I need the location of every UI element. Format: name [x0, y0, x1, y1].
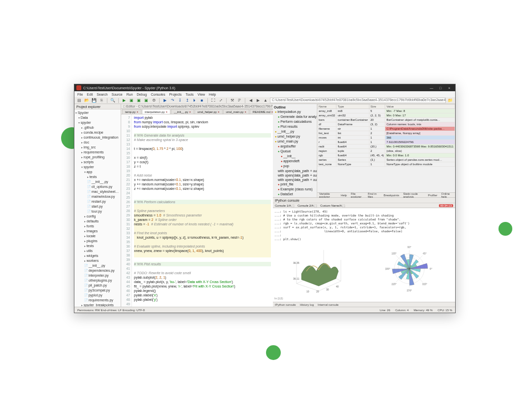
tree-item[interactable]: conda.recipe — [75, 130, 120, 135]
bottom-tab[interactable]: Breakpoints — [384, 194, 399, 197]
menu-edit[interactable]: Edit — [87, 93, 93, 96]
tree-item[interactable]: start.py — [75, 204, 120, 209]
tree-item[interactable]: img_src — [75, 145, 120, 150]
variable-row[interactable]: test_noneNoneType1NoneType object of bui… — [318, 162, 455, 167]
tree-item[interactable]: py3compat.py — [75, 288, 120, 293]
outline-item[interactable]: umd_main.py — [274, 139, 316, 144]
bottom-tab[interactable]: Static code analysis — [403, 192, 424, 198]
tree-item[interactable]: requirements.py — [75, 298, 120, 303]
debug-icon[interactable]: ▶ — [162, 98, 168, 104]
bottom-tab[interactable]: Profiler — [428, 194, 437, 197]
editor-tab[interactable]: umd_helper.py× — [195, 109, 223, 114]
pythonpath-icon[interactable]: ℙ — [236, 98, 242, 104]
continue-icon[interactable]: ⏵ — [192, 98, 198, 104]
tree-item[interactable]: rope_profiling — [75, 155, 120, 160]
run-cell-advance-icon[interactable]: ▣ — [136, 98, 142, 104]
outline-item[interactable]: argsbuffer — [274, 144, 316, 149]
fullscreen-icon[interactable]: ⤢ — [218, 98, 224, 104]
main-toolbar[interactable]: ▤ 📂 💾 ⎘ 🔍 ▶ ▣ ▣ ▣ ⚙ ▶ ↷ ↧ ↥ ⏵ ■ ⛶ ⤢ ⚒ ℙ … — [74, 97, 455, 104]
step-into-icon[interactable]: ↧ — [177, 98, 183, 104]
editor-code-area[interactable]: import pylabfrom numpy import cos, linsp… — [132, 114, 273, 307]
variable-row[interactable]: radiifloat64(20,)Min: 0.440306336873598 … — [318, 144, 455, 149]
tree-item[interactable]: plugins — [75, 239, 120, 244]
save-all-icon[interactable]: ⎘ — [99, 98, 104, 104]
close-icon[interactable]: × — [136, 110, 138, 113]
variable-row[interactable]: dfDataFrame(3, 2)Column names: bools, in… — [318, 122, 455, 127]
tree-item[interactable]: locale — [75, 234, 120, 239]
ipython-prompt[interactable]: In [12]: — [274, 296, 454, 300]
tree-item[interactable]: requirements — [75, 150, 120, 155]
step-over-icon[interactable]: ↷ — [169, 98, 175, 104]
outline-item[interactable]: Generate data for analysis — [274, 114, 316, 119]
outline-item[interactable]: with open(data_path + output_file_n… — [274, 178, 316, 182]
editor-tab[interactable]: interpolation.py× — [142, 109, 170, 114]
tree-item[interactable]: tests — [75, 175, 120, 180]
close-icon[interactable]: × — [166, 110, 168, 113]
project-tree[interactable]: SpyderDataspyder.githubconda.recipeconti… — [74, 109, 121, 307]
tree-item[interactable]: fonts — [75, 224, 120, 229]
tree-item[interactable]: restart.py — [75, 199, 120, 204]
tree-item[interactable]: scripts — [75, 160, 120, 165]
outline-item[interactable]: with open(data_path + output_file_n… — [274, 169, 316, 173]
tree-item[interactable]: mac_stylesheet.qss — [75, 189, 120, 194]
maximize-pane-icon[interactable]: ⛶ — [210, 98, 216, 104]
menu-view[interactable]: View — [198, 93, 205, 96]
outline-item[interactable]: appendleft — [274, 159, 316, 164]
menu-debug[interactable]: Debug — [137, 93, 147, 96]
tree-item[interactable]: __init__.py — [75, 180, 120, 184]
tree-item[interactable]: __init__.py — [75, 263, 120, 268]
bottom-tab[interactable]: Help — [341, 194, 347, 197]
editor-tab[interactable]: temp.py× — [122, 109, 141, 114]
bottom-tab[interactable]: Online help — [441, 192, 453, 198]
editor-gutter[interactable]: 7891011121314151617181920212223242526272… — [121, 114, 132, 307]
variable-explorer-bottom-tabs[interactable]: Variable explorerHelpFile explorerFind i… — [317, 192, 455, 197]
outline-item[interactable]: with open(data_path + output_file_n… — [274, 173, 316, 178]
maximize-button[interactable]: □ — [436, 85, 444, 91]
outline-pane[interactable]: Outlineinterpolation.pyGenerate data for… — [273, 104, 317, 197]
tree-item[interactable]: utils — [75, 249, 120, 253]
variable-row[interactable]: nrowsint1366 — [318, 136, 455, 140]
ipython-console-tabs[interactable]: Console 1/A ⬚Console 2/A ⬚Custom Name/A … — [273, 203, 455, 208]
run-selection-icon[interactable]: ▣ — [143, 98, 149, 104]
menu-projects[interactable]: Projects — [169, 93, 181, 96]
new-file-icon[interactable]: ▤ — [76, 98, 82, 104]
ipython-bottom-tabs[interactable]: IPython consoleHistory logInternal conso… — [273, 302, 455, 307]
bottom-tab[interactable]: History log — [300, 303, 314, 306]
outline-item[interactable]: pop — [274, 164, 316, 169]
outline-item[interactable]: DataSet — [274, 192, 316, 197]
run-config-icon[interactable]: ⚙ — [151, 98, 157, 104]
code-editor[interactable]: 7891011121314151617181920212223242526272… — [121, 114, 273, 307]
menu-source[interactable]: Source — [112, 93, 123, 96]
tree-item[interactable]: dependencies.py — [75, 268, 120, 273]
tree-item[interactable]: tests — [75, 244, 120, 249]
outline-item[interactable]: Plot results — [274, 124, 316, 129]
console-tab[interactable]: Console 2/A ⬚ — [298, 204, 317, 207]
variable-row[interactable]: array_uint32uint32(2, 2, 3)Min: 0 Max: 1… — [318, 113, 455, 118]
tree-item[interactable]: cli_options.py — [75, 184, 120, 189]
menubar[interactable]: FileEditSearchSourceRunDebugConsolesProj… — [74, 91, 455, 97]
run-cell-icon[interactable]: ▣ — [129, 98, 134, 104]
bottom-tab[interactable]: IPython console — [275, 303, 296, 306]
cwd-browse-icon[interactable]: 📁 — [447, 98, 453, 104]
tree-item[interactable]: Data — [75, 115, 120, 120]
variable-row[interactable]: rfloat6417.611001509224796 — [318, 140, 455, 144]
close-icon[interactable]: × — [218, 110, 220, 113]
outline-item[interactable]: Queue — [274, 149, 316, 154]
tree-item[interactable]: images — [75, 229, 120, 234]
menu-consoles[interactable]: Consoles — [151, 93, 165, 96]
variable-row[interactable]: rgbfloat64(45, 45, 4)Min: 0.0 Max: 1.0 — [318, 153, 455, 158]
variable-row[interactable]: seriesSeries(3,)Series object of pandas.… — [318, 158, 455, 162]
editor-tab[interactable]: umd_main.py× — [223, 109, 250, 114]
tree-item[interactable]: Spyder — [75, 110, 120, 115]
variable-row[interactable]: filenamestr1C:\ProgramData\Anaconda3\lib… — [318, 127, 455, 131]
variable-table[interactable]: NameTypeSizeValue array_int8int85Min: -7… — [317, 104, 455, 167]
save-icon[interactable]: 💾 — [91, 98, 97, 104]
menu-run[interactable]: Run — [127, 93, 133, 96]
tree-item[interactable]: doc — [75, 140, 120, 145]
preferences-icon[interactable]: ⚒ — [229, 98, 235, 104]
search-icon[interactable]: 🔍 — [110, 98, 116, 104]
menu-help[interactable]: Help — [209, 93, 216, 96]
menu-file[interactable]: File — [77, 93, 83, 96]
open-file-icon[interactable]: 📂 — [84, 98, 90, 104]
tree-item[interactable]: interpreter.py — [75, 273, 120, 278]
